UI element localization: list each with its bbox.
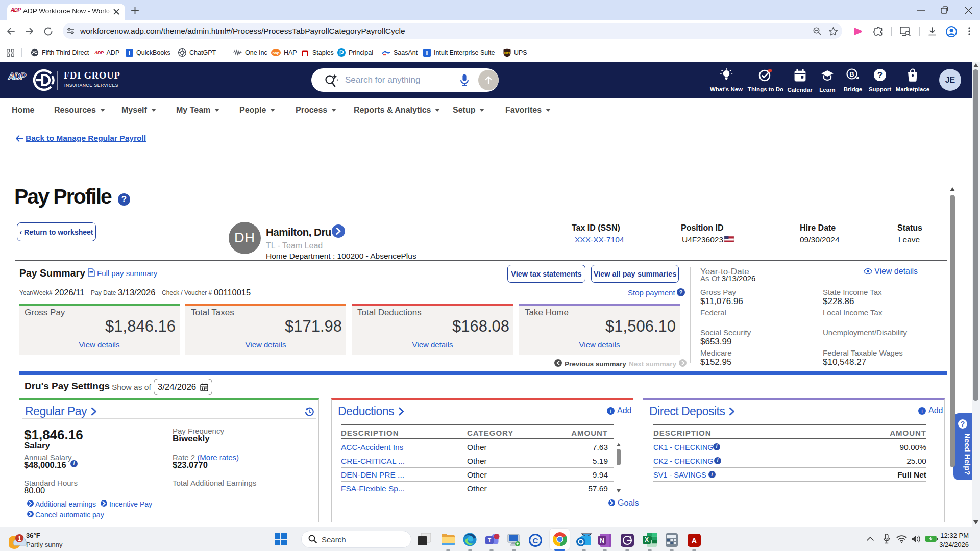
- svg-text:N: N: [600, 537, 604, 544]
- svg-text:C: C: [533, 536, 538, 545]
- svg-text:X: X: [645, 536, 649, 543]
- svg-text:A: A: [692, 536, 697, 545]
- svg-text:UPS: UPS: [504, 52, 510, 55]
- svg-text:T: T: [488, 538, 491, 543]
- svg-text:hap: hap: [272, 51, 279, 55]
- svg-text:1: 1: [18, 535, 21, 542]
- svg-text:?: ?: [877, 70, 883, 80]
